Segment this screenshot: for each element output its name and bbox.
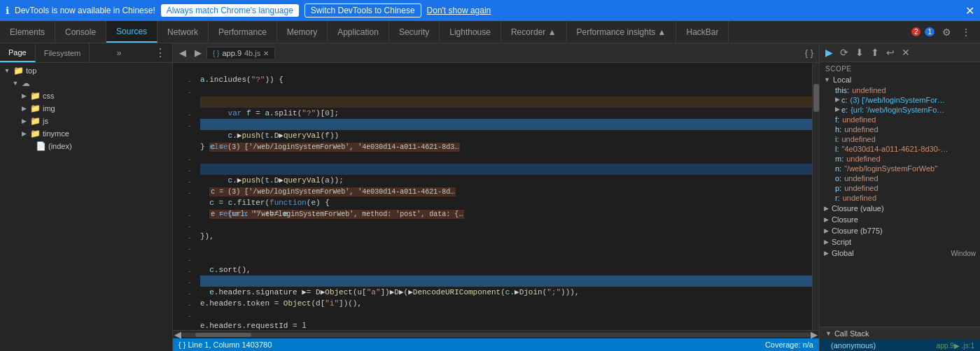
tab-memory[interactable]: Memory [277,21,328,43]
scope-val: undefined [842,135,876,143]
folder-icon: 📁 [30,103,41,113]
scope-item-o: o: undefined [820,173,980,183]
call-file-location: app.9▶ .js:1 [937,342,974,350]
scope-item-f: f: undefined [820,115,980,124]
notification-text: DevTools is now available in Chinese! [15,6,155,15]
call-stack-item-anonymous[interactable]: (anonymous) app.9▶ .js:1 [820,340,980,351]
scope-group-script-header[interactable]: ▶ Script [820,236,980,248]
cursor-position: { } Line 1, Column 1403780 [178,341,272,349]
scope-item-p: p: undefined [820,183,980,193]
cloud-icon: ☁ [22,78,30,88]
tree-item-js[interactable]: ▶ 📁 js [0,115,172,127]
scope-val: undefined [843,194,876,202]
scope-item-e[interactable]: ▶ e: {url: '/web/loginSystemFo… [820,105,980,115]
step-into-button[interactable]: ⬇ [853,45,867,59]
scope-key: n: [835,164,841,173]
scope-group-closure-value-header[interactable]: ▶ Closure (value) [820,203,980,214]
close-notification-icon[interactable]: ✕ [965,4,974,17]
call-stack-header[interactable]: ▼ Call Stack [820,327,980,340]
tree-item-origin[interactable]: ▼ ☁ [0,77,172,89]
vertical-scrollbar[interactable] [812,63,819,330]
navigate-back-button[interactable]: ◀ [176,46,190,59]
code-line: a.includes("?")) { [200,74,812,85]
settings-button[interactable]: ⚙ [939,25,955,39]
scope-group-local-header[interactable]: ▼ Local [820,74,980,85]
scope-item-l: l: "4e030d14-a011-4621-8d30-… [820,144,980,154]
scope-group-name: Script [832,238,851,246]
step-button[interactable]: ↩ [883,45,897,59]
scope-item-c[interactable]: ▶ c: (3) ['/web/loginSystemFor… [820,95,980,105]
scope-section: Scope ▼ Local this: undefined ▶ c: (3) [… [820,62,980,327]
status-bar: { } Line 1, Column 1403780 Coverage: n/a [173,338,819,351]
folder-icon: 📁 [30,129,41,138]
switch-language-button[interactable]: Switch DevTools to Chinese [304,3,421,17]
tab-filesystem[interactable]: Filesystem [36,43,90,62]
coverage-status: Coverage: n/a [765,341,813,349]
close-tab-icon[interactable]: ✕ [263,50,269,57]
tree-label: top [26,66,36,75]
panel-tabs-more[interactable]: » [113,43,126,62]
scope-group-name: Closure (b775) [832,227,883,235]
scope-item-h: h: undefined [820,124,980,134]
tree-arrow: ▼ [11,80,20,87]
scrollbar-thumb[interactable] [195,333,251,337]
tab-security[interactable]: Security [389,21,440,43]
scope-val: undefined [844,184,878,192]
tab-recorder[interactable]: Recorder ▲ [501,21,567,43]
tree-item-tinymce[interactable]: ▶ 📁 tinymce [0,127,172,140]
call-stack-collapse-icon: ▼ [825,330,832,337]
tab-performance[interactable]: Performance [209,21,277,43]
match-language-button[interactable]: Always match Chrome's language [161,4,299,17]
navigate-forward-button[interactable]: ▶ [191,46,205,59]
folder-icon: 📁 [30,116,41,126]
code-line: }), [200,231,812,242]
panel-more-button[interactable]: ⋮ [151,45,169,61]
step-out-button[interactable]: ⬆ [868,45,882,59]
source-tabs: ◀ ▶ { } app.94b.js ✕ { } [173,43,819,63]
deactivate-breakpoints-button[interactable]: ✕ [899,45,913,59]
scope-group-name: Global [832,249,854,257]
tab-application[interactable]: Application [328,21,389,43]
tree-item-css[interactable]: ▶ 📁 css [0,89,172,102]
debug-toolbar: ▶ ⟳ ⬇ ⬆ ↩ ✕ [820,43,980,62]
scope-val: "4e030d14-a011-4621-8d30-… [842,145,948,153]
tab-hackbar[interactable]: HackBar [676,21,729,43]
source-tab-right: { } [802,48,816,58]
tree-arrow: ▼ [3,67,11,74]
tab-performance-insights[interactable]: Performance insights ▲ [567,21,677,43]
code-line: c = c.filter(function(e) { e = {url: '/w… [200,186,812,197]
error-badge: 2 [911,27,921,36]
format-icon[interactable]: { } [802,48,816,58]
code-line: c.▶push(t.D▶queryVal(a)); c = (3) ['/web… [200,164,812,175]
resume-button[interactable]: ▶ [822,45,836,59]
code-line: return "" !== e [200,208,812,220]
code-line-highlighted: c.▶push(t.D▶queryVal(f)) c = (3) ['/web/… [200,119,812,130]
tree-label: js [43,117,48,125]
tab-console[interactable]: Console [55,21,106,43]
tab-network[interactable]: Network [158,21,209,43]
more-tools-button[interactable]: ⋮ [958,25,974,39]
scope-group-global-header[interactable]: ▶ Global Window [820,248,980,259]
expand-icon: ▶ [835,106,840,114]
source-file-tab[interactable]: { } app.94b.js ✕ [206,47,275,59]
scope-key: l: [835,145,839,153]
tab-sources[interactable]: Sources [106,21,158,43]
tree-item-top[interactable]: ▼ 📁 top [0,64,172,77]
tree-arrow: ▶ [20,117,28,124]
scrollbar-thumb[interactable] [813,84,819,112]
scope-key: h: [835,125,841,134]
tab-lighthouse[interactable]: Lighthouse [440,21,501,43]
scope-group-closure-b775-header[interactable]: ▶ Closure (b775) [820,225,980,236]
step-over-button[interactable]: ⟳ [837,45,851,59]
line-numbers: - - - - - - - - - [173,63,197,330]
scope-val: undefined [844,174,878,182]
tab-page[interactable]: Page [0,43,36,62]
code-lines[interactable]: a.includes("?")) { var f = a.split("?")[… [197,63,812,330]
tree-item-index[interactable]: 📄 (index) [0,140,172,152]
scope-group-local: ▼ Local this: undefined ▶ c: (3) ['/web/… [820,74,980,203]
tab-elements[interactable]: Elements [0,21,55,43]
scope-group-closure-header[interactable]: ▶ Closure [820,214,980,225]
dismiss-button[interactable]: Don't show again [427,6,491,15]
horizontal-scrollbar[interactable]: ◀ ▶ [173,330,819,338]
tree-item-img[interactable]: ▶ 📁 img [0,102,172,115]
